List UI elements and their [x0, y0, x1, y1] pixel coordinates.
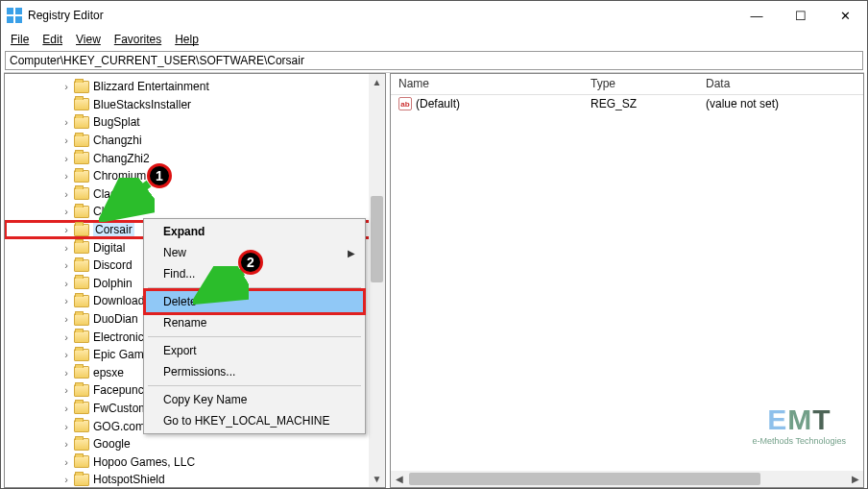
- annotation-badge-2: 2: [238, 250, 263, 275]
- tree-label: Digital: [93, 241, 125, 255]
- folder-icon: [74, 474, 89, 486]
- annotation-badge-1: 1: [147, 163, 172, 188]
- tree-label: Dolphin: [93, 277, 133, 290]
- scroll-down-icon[interactable]: ▼: [369, 471, 385, 487]
- folder-icon: [74, 116, 89, 129]
- menu-separator: [148, 287, 361, 288]
- value-type: REG_SZ: [583, 97, 698, 110]
- tree-label: BugSplat: [93, 115, 140, 129]
- tree-item[interactable]: ›Classes: [5, 185, 385, 204]
- menu-edit[interactable]: Edit: [36, 32, 68, 47]
- expander-icon[interactable]: ›: [60, 295, 72, 306]
- hscroll-thumb[interactable]: [409, 473, 760, 485]
- folder-icon: [74, 187, 89, 200]
- menu-file[interactable]: File: [5, 32, 35, 47]
- tree-label: epsxe: [93, 366, 124, 379]
- tree-item[interactable]: ›Chromium: [5, 167, 385, 185]
- expander-icon[interactable]: ›: [60, 331, 72, 343]
- tree-item[interactable]: ›ChangZhi2: [5, 149, 385, 167]
- annotation-arrow-1: [99, 178, 155, 222]
- expander-icon[interactable]: ›: [60, 170, 72, 182]
- context-rename[interactable]: Rename: [146, 312, 363, 333]
- expander-icon[interactable]: ›: [60, 403, 72, 414]
- tree-label: Changzhi: [93, 134, 142, 147]
- tree-scrollbar[interactable]: ▲ ▼: [369, 74, 385, 487]
- context-expand[interactable]: Expand: [146, 221, 363, 242]
- menu-separator: [148, 385, 361, 386]
- close-button[interactable]: ✕: [823, 1, 867, 30]
- scroll-up-icon[interactable]: ▲: [369, 74, 385, 90]
- expander-icon[interactable]: ›: [60, 313, 72, 325]
- tree-item[interactable]: ›Hopoo Games, LLC: [5, 452, 385, 471]
- expander-icon[interactable]: ›: [60, 278, 72, 289]
- folder-icon: [74, 438, 89, 451]
- list-row[interactable]: ab (Default) REG_SZ (value not set): [391, 95, 863, 112]
- expander-icon[interactable]: ›: [60, 116, 72, 128]
- expander-icon[interactable]: ›: [60, 438, 72, 450]
- chevron-right-icon: ▶: [348, 248, 355, 258]
- expander-icon[interactable]: ›: [60, 153, 72, 164]
- tree-label: HotspotShield: [93, 473, 165, 486]
- value-data: (value not set): [698, 97, 863, 110]
- title-bar: Registry Editor — ☐ ✕: [1, 1, 867, 30]
- tree-item[interactable]: ›Blizzard Entertainment: [5, 78, 385, 96]
- tree-item[interactable]: ›HotspotShield: [5, 471, 385, 488]
- menu-favorites[interactable]: Favorites: [108, 32, 167, 47]
- annotation-arrow-2: [193, 266, 249, 305]
- expander-icon[interactable]: ›: [60, 384, 72, 396]
- value-name: (Default): [416, 97, 460, 110]
- tree-label: FwCustom: [93, 402, 148, 415]
- folder-icon: [74, 384, 89, 397]
- context-delete[interactable]: Delete: [146, 291, 363, 312]
- expander-icon[interactable]: ›: [60, 81, 72, 92]
- expander-icon[interactable]: ›: [60, 259, 72, 271]
- list-header: Name Type Data: [391, 74, 863, 95]
- tree-label: Electronic: [93, 330, 144, 344]
- expander-icon[interactable]: ›: [60, 206, 72, 217]
- menu-view[interactable]: View: [70, 32, 107, 47]
- tree-pane: ›Blizzard EntertainmentBlueStacksInstall…: [4, 73, 386, 488]
- scroll-left-icon[interactable]: ◀: [391, 471, 407, 487]
- scroll-right-icon[interactable]: ▶: [847, 471, 863, 487]
- svg-rect-1: [15, 8, 22, 14]
- expander-icon[interactable]: ›: [60, 367, 72, 379]
- expander-icon[interactable]: ›: [60, 474, 72, 485]
- menu-help[interactable]: Help: [169, 32, 205, 47]
- tree-label: Hopoo Games, LLC: [93, 455, 195, 469]
- tree-item[interactable]: ›Google: [5, 435, 385, 453]
- watermark-sub: e-Methods Technologies: [753, 436, 846, 446]
- expander-icon[interactable]: ›: [60, 349, 72, 360]
- col-data[interactable]: Data: [698, 74, 863, 94]
- scroll-track[interactable]: [369, 90, 385, 471]
- expander-icon[interactable]: ›: [60, 242, 72, 254]
- maximize-button[interactable]: ☐: [779, 1, 823, 30]
- folder-icon: [74, 81, 89, 93]
- folder-icon: [74, 134, 89, 147]
- tree-item[interactable]: ›BugSplat: [5, 113, 385, 132]
- folder-icon: [74, 295, 89, 307]
- context-permissions[interactable]: Permissions...: [146, 361, 363, 382]
- tree-item[interactable]: ›Changzhi: [5, 132, 385, 150]
- col-name[interactable]: Name: [391, 74, 583, 94]
- expander-icon[interactable]: ›: [60, 134, 72, 146]
- tree-label: ChangZhi2: [93, 152, 150, 165]
- context-copy-key-name[interactable]: Copy Key Name: [146, 389, 363, 410]
- expander-icon[interactable]: ›: [60, 456, 72, 468]
- svg-line-5: [108, 183, 149, 214]
- expander-icon[interactable]: ›: [60, 188, 72, 200]
- expander-icon[interactable]: ›: [60, 224, 72, 235]
- expander-icon[interactable]: ›: [60, 421, 72, 432]
- folder-icon: [74, 330, 89, 343]
- context-goto[interactable]: Go to HKEY_LOCAL_MACHINE: [146, 410, 363, 431]
- scroll-thumb[interactable]: [371, 196, 383, 282]
- folder-icon: [74, 420, 89, 432]
- address-bar[interactable]: Computer\HKEY_CURRENT_USER\SOFTWARE\Cors…: [5, 51, 863, 70]
- col-type[interactable]: Type: [583, 74, 698, 94]
- tree-item[interactable]: BlueStacksInstaller: [5, 96, 385, 114]
- context-export[interactable]: Export: [146, 340, 363, 361]
- minimize-button[interactable]: —: [735, 1, 779, 30]
- svg-line-7: [203, 272, 243, 297]
- svg-rect-3: [15, 16, 22, 23]
- folder-icon: [74, 277, 89, 289]
- list-hscrollbar[interactable]: ◀ ▶: [391, 471, 863, 487]
